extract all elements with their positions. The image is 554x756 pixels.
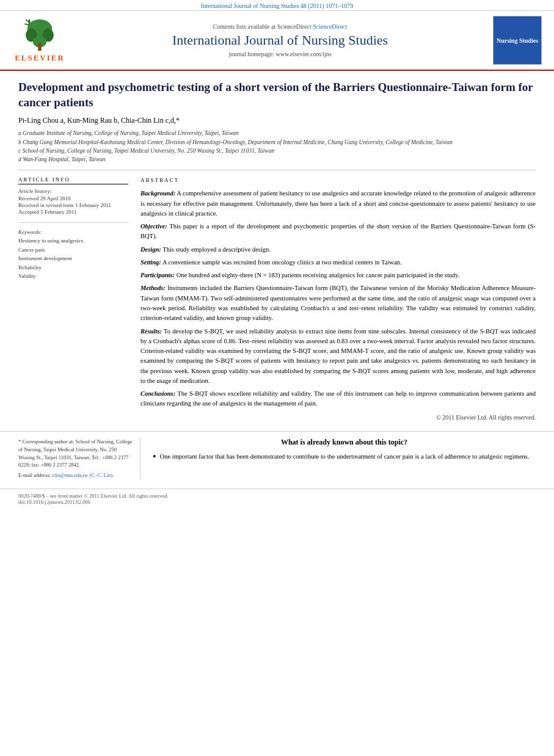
svg-rect-5 (38, 43, 42, 51)
known-topic-heading: What is already known about this topic? (153, 438, 536, 447)
email-line: E-mail address: clin@tmu.edu.tw (C.-C. L… (18, 471, 134, 479)
abstract-participants: Participants: One hundred and eighty-thr… (140, 271, 536, 280)
results-text: To develop the S-BQT, we used reliabilit… (140, 328, 536, 384)
bullet-item-1: • One important factor that has been dem… (153, 452, 536, 462)
keyword-1: Hesitancy to using analgesics (18, 236, 128, 245)
footer: 0020-7489/$ – see front matter © 2011 El… (0, 489, 554, 509)
abstract-objective: Objective: This paper is a report of the… (140, 222, 536, 242)
background-text: A comprehensive assessment of patient he… (140, 190, 536, 217)
sciencedirect-link[interactable]: ScienceDirect (313, 23, 347, 30)
article-info-heading: ARTICLE INFO (18, 176, 128, 184)
keyword-4: Reliability (18, 263, 128, 272)
article-info-section: ARTICLE INFO Article history: Received 2… (18, 176, 128, 215)
elsevier-brand-text: ELSEVIER (15, 53, 65, 63)
keyword-3: Instrument development (18, 254, 128, 263)
setting-text: A convenience sample was recruited from … (162, 259, 402, 266)
keyword-2: Cancer pain (18, 245, 128, 254)
email-value: clin@tmu.edu.tw (C.-C. Lin). (52, 472, 114, 478)
divider-1 (18, 170, 536, 170)
email-label: E-mail address: (18, 472, 51, 478)
authors: Pi-Ling Chou a, Kun-Ming Rau b, Chia-Chi… (18, 116, 536, 125)
affiliation-a: a Graduate Institute of Nursing, College… (18, 129, 536, 137)
elsevier-logo: ELSEVIER (12, 18, 67, 63)
bottom-section: * Corresponding author at: School of Nur… (0, 431, 554, 485)
top-bar: International Journal of Nursing Studies… (0, 0, 554, 11)
abstract-conclusions: Conclusions: The S-BQT shows excellent r… (140, 389, 536, 409)
elsevier-tree-icon (21, 18, 58, 52)
journal-homepage: journal homepage: www.elsevier.com/ijns (73, 51, 487, 57)
copyright-line: © 2011 Elsevier Ltd. All rights reserved… (140, 413, 536, 423)
journal-cover-image: Nursing Studies (493, 16, 542, 65)
received-date: Received 29 April 2010 (18, 195, 128, 202)
article-title: Development and psychometric testing of … (18, 80, 536, 110)
participants-text: One hundred and eighty-three (N = 183) p… (177, 272, 460, 278)
abstract-setting: Setting: A convenience sample was recrui… (140, 258, 536, 267)
bullet-icon: • (153, 452, 156, 462)
history-label: Article history: (18, 188, 128, 194)
keywords-label: Keywords: (18, 229, 128, 235)
abstract-background: Background: A comprehensive assessment o… (140, 189, 536, 219)
abstract-methods: Methods: Instruments included the Barrie… (140, 283, 536, 323)
affiliation-d: d Wan-Fang Hospital, Taipei, Taiwan (18, 155, 536, 164)
abstract-results: Results: To develop the S-BQT, we used r… (140, 327, 536, 387)
revised-date: Received in revised form 1 February 2011 (18, 202, 128, 208)
corresponding-note: * Corresponding author at: School of Nur… (18, 438, 134, 469)
abstract-column: ABSTRACT Background: A comprehensive ass… (140, 176, 536, 422)
accepted-date: Accepted 5 February 2011 (18, 209, 128, 215)
contents-line: Contents lists available at ScienceDirec… (73, 23, 487, 30)
divider-info (18, 222, 128, 223)
article-info-column: ARTICLE INFO Article history: Received 2… (18, 176, 128, 422)
journal-title-area: Contents lists available at ScienceDirec… (67, 23, 493, 57)
affiliation-c: c School of Nursing, College of Nursing,… (18, 147, 536, 155)
abstract-design: Design: This study employed a descriptiv… (140, 245, 536, 255)
footer-text: 0020-7489/$ – see front matter © 2011 El… (18, 493, 169, 499)
corresponding-author-section: * Corresponding author at: School of Nur… (18, 438, 140, 479)
affiliation-b: b Chang Gung Memorial Hospital-Kaohsiung… (18, 138, 536, 147)
journal-citation: International Journal of Nursing Studies… (201, 2, 353, 9)
abstract-section: ABSTRACT Background: A comprehensive ass… (140, 176, 536, 422)
journal-header: ELSEVIER Contents lists available at Sci… (0, 11, 554, 71)
two-column-layout: ARTICLE INFO Article history: Received 2… (18, 176, 536, 422)
keywords-list: Hesitancy to using analgesics Cancer pai… (18, 236, 128, 280)
methods-text: Instruments included the Barriers Questi… (140, 285, 536, 321)
affiliations: a Graduate Institute of Nursing, College… (18, 129, 536, 164)
objective-text: This paper is a report of the developmen… (140, 223, 536, 239)
main-content: Development and psychometric testing of … (0, 71, 554, 431)
journal-title: International Journal of Nursing Studies (73, 32, 487, 48)
keywords-section: Keywords: Hesitancy to using analgesics … (18, 229, 128, 280)
known-topic-section: What is already known about this topic? … (153, 438, 536, 479)
abstract-heading: ABSTRACT (140, 176, 536, 185)
footer-doi: doi:10.1016/j.ijnurstu.2011.02.006 (18, 499, 90, 505)
bullet-text-1: One important factor that has been demon… (160, 452, 530, 462)
conclusions-text: The S-BQT shows excellent reliability an… (140, 390, 536, 407)
design-text: This study employed a descriptive design… (162, 246, 271, 253)
keyword-5: Validity (18, 272, 128, 280)
